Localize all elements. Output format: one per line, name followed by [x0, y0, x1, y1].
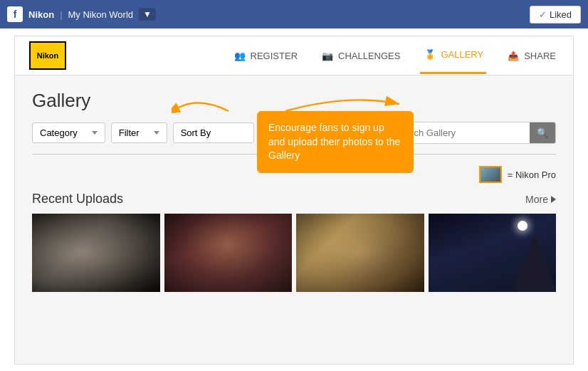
fb-dropdown-button[interactable]: ▼: [139, 8, 156, 21]
gallery-item-4[interactable]: [429, 214, 557, 292]
nikon-pro-label: = Nikon Pro: [508, 169, 556, 180]
nikon-logo: Nikon: [29, 41, 66, 70]
fb-separator: |: [60, 9, 62, 20]
fb-page-name: Nikon: [28, 9, 54, 20]
recent-uploads-header: Recent Uploads More: [32, 192, 556, 207]
content-area: Gallery Category Filter Sort By 🔍 =: [15, 75, 573, 364]
more-label: More: [525, 194, 548, 205]
callout-box: Encourage fans to sign up and upload the…: [257, 111, 414, 173]
callout-text: Encourage fans to sign up and upload the…: [268, 122, 400, 161]
nav-gallery-label: GALLERY: [441, 49, 483, 60]
check-icon: ✓: [539, 9, 547, 20]
filter-arrow-icon: [154, 131, 159, 135]
facebook-bar: f Nikon | My Nikon World ▼ ✓ Liked: [0, 0, 588, 28]
facebook-logo: f: [7, 6, 23, 22]
nikon-pro-thumbnail: [479, 166, 502, 183]
recent-uploads-title: Recent Uploads: [32, 192, 123, 207]
sort-label: Sort By: [181, 127, 211, 138]
filter-label: Filter: [119, 127, 140, 138]
sort-dropdown[interactable]: Sort By: [173, 122, 255, 143]
nav-bar: Nikon 👥 REGISTER 📷 CHALLENGES 🏅 GALLERY …: [15, 36, 573, 75]
nav-share-label: SHARE: [524, 51, 556, 61]
more-link[interactable]: More: [525, 194, 556, 205]
gallery-item-1[interactable]: [32, 214, 160, 292]
nav-item-register[interactable]: 👥 REGISTER: [230, 38, 300, 73]
category-arrow-icon: [92, 131, 98, 135]
register-icon: 👥: [233, 50, 247, 61]
liked-label: Liked: [550, 9, 572, 20]
nav-challenges-label: CHALLENGES: [338, 51, 400, 61]
gallery-item-2[interactable]: [164, 214, 293, 292]
app-container: Nikon 👥 REGISTER 📷 CHALLENGES 🏅 GALLERY …: [14, 36, 574, 365]
challenges-icon: 📷: [320, 50, 335, 61]
nav-register-label: REGISTER: [251, 51, 298, 61]
liked-button[interactable]: ✓ Liked: [530, 6, 581, 23]
gallery-item-3[interactable]: [296, 214, 424, 292]
gallery-grid: [32, 214, 556, 292]
category-label: Category: [40, 127, 78, 138]
more-arrow-icon: [551, 196, 556, 203]
share-icon: 📤: [506, 50, 520, 61]
nav-item-share[interactable]: 📤 SHARE: [503, 38, 559, 73]
page-title: Gallery: [32, 90, 556, 112]
filter-dropdown[interactable]: Filter: [111, 122, 167, 143]
callout-overlay: Encourage fans to sign up and upload the…: [257, 111, 414, 173]
nav-item-gallery[interactable]: 🏅 GALLERY: [420, 38, 486, 74]
category-dropdown[interactable]: Category: [32, 122, 105, 143]
nav-items: 👥 REGISTER 📷 CHALLENGES 🏅 GALLERY 📤 SHAR…: [230, 38, 559, 74]
fb-app-name: My Nikon World: [68, 9, 134, 20]
search-button[interactable]: 🔍: [530, 122, 555, 143]
nav-item-challenges[interactable]: 📷 CHALLENGES: [317, 38, 403, 73]
gallery-icon: 🏅: [423, 49, 437, 61]
